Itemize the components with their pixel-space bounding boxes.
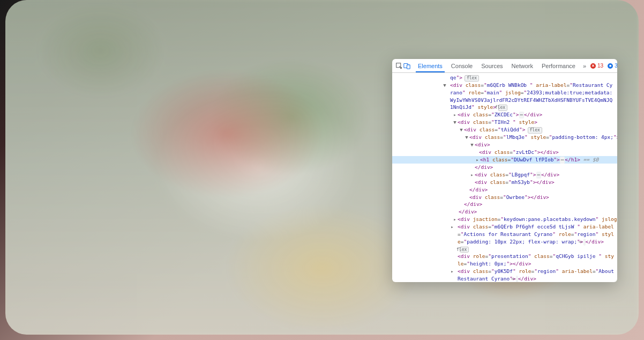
main-card: Elements Console Sources Network Perform… (5, 0, 639, 335)
devtools-panel: Elements Console Sources Network Perform… (392, 59, 617, 282)
expand-caret-icon[interactable]: ▸ (475, 157, 480, 164)
elements-tree[interactable]: qe">flex ▼<div class="m6QErb WNBkOb " ar… (392, 73, 617, 282)
tab-elements[interactable]: Elements (414, 59, 447, 72)
expand-caret-icon[interactable]: ▼ (445, 82, 450, 89)
issue-badge[interactable]: ■ 34 (608, 63, 617, 69)
expand-caret-icon[interactable]: ▸ (469, 172, 475, 179)
flex-badge[interactable]: flex (465, 75, 479, 82)
dom-line[interactable]: <div class="Owrbee"></div> (392, 194, 617, 201)
devtools-toolbar: Elements Console Sources Network Perform… (392, 59, 617, 73)
dom-line[interactable]: </div> (392, 186, 617, 194)
dom-line[interactable]: ▼<div> (392, 141, 617, 149)
flex-badge[interactable]: flex (460, 247, 469, 253)
dom-line[interactable]: ▼<div class="TIHn2 " style> (392, 119, 617, 126)
expand-caret-icon[interactable]: ▸ (452, 268, 458, 275)
dom-line[interactable]: ▸<div class="y0K5Df" role="region" aria-… (392, 268, 617, 282)
expand-caret-icon[interactable]: ▸ (452, 216, 458, 223)
dom-line[interactable]: <div class="zvLtDc"></div> (392, 149, 617, 156)
inspect-icon[interactable] (395, 61, 402, 71)
tab-performance[interactable]: Performance (537, 59, 580, 72)
svg-rect-2 (407, 65, 410, 69)
dom-line[interactable]: <div role="presentation" class="qCHGyb i… (392, 253, 617, 268)
dom-line[interactable]: <div class="mhS3yb"></div> (392, 179, 617, 186)
expand-caret-icon[interactable]: ▸ (452, 224, 458, 231)
issue-dot-icon: ■ (608, 63, 613, 69)
dom-line[interactable]: </div> (392, 164, 617, 171)
dom-line[interactable]: ▼<div class="tAiQdd">flex (392, 126, 617, 134)
expand-caret-icon[interactable]: ▼ (469, 142, 475, 149)
tab-network[interactable]: Network (507, 59, 537, 72)
tabs-overflow-icon[interactable]: » (580, 63, 589, 69)
expand-caret-icon[interactable]: ▼ (464, 134, 469, 141)
dom-line[interactable]: qe">flex (392, 74, 617, 82)
issue-count: 34 (615, 63, 617, 69)
devtools-tabs: Elements Console Sources Network Perform… (414, 59, 589, 72)
dom-line[interactable]: ▸<div class="ZKCDEc">⋯</div> (392, 111, 617, 119)
dom-line[interactable]: ▸<div class="LBgpqf">⋯</div> (392, 171, 617, 179)
error-badge[interactable]: ✕ 13 (590, 63, 603, 69)
error-dot-icon: ✕ (590, 63, 596, 69)
toolbar-right: ✕ 13 ■ 34 (590, 61, 617, 71)
expand-caret-icon[interactable]: ▼ (452, 119, 458, 126)
tab-sources[interactable]: Sources (477, 59, 507, 72)
dom-line[interactable]: </div> (392, 201, 617, 208)
dom-line[interactable]: ▼<div class="m6QErb WNBkOb " aria-label=… (392, 82, 617, 111)
dom-line[interactable]: ▼<div class="lMbq3e" style="padding-bott… (392, 134, 617, 141)
expand-caret-icon[interactable]: ▼ (459, 127, 464, 134)
error-count: 13 (597, 63, 603, 69)
expand-caret-icon[interactable]: ▸ (452, 112, 458, 119)
dom-line[interactable]: ▸<div jsaction="keydown:pane.placetabs.k… (392, 216, 617, 223)
tab-console[interactable]: Console (447, 59, 477, 72)
dom-line-selected[interactable]: ▸<h1 class="DUwDvf lfPIob">⋯</h1> == $0 (392, 156, 617, 164)
flex-badge[interactable]: flex (528, 127, 542, 134)
dom-line[interactable]: ▸<div class="m6QErb Pf6ghf ecceSd tLjsW … (392, 223, 617, 253)
dom-line[interactable]: </div> (392, 208, 617, 216)
device-toggle-icon[interactable] (403, 61, 410, 71)
flex-badge[interactable]: flex (498, 105, 507, 111)
